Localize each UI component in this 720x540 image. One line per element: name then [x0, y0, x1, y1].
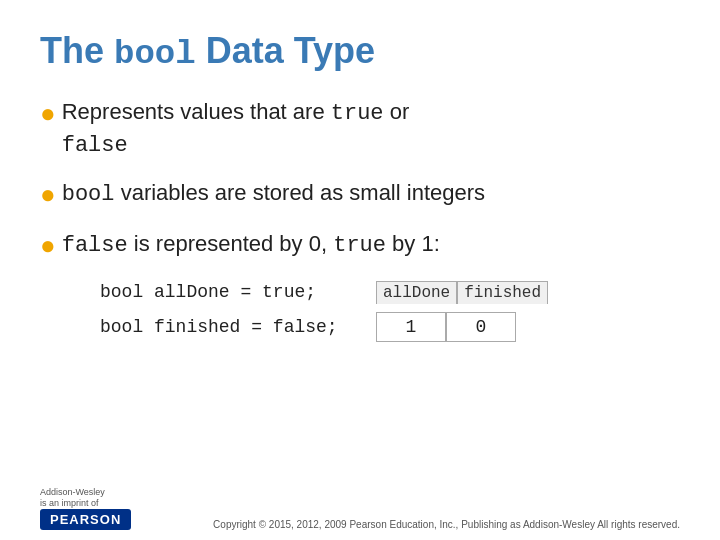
table-values-row: 1 0 — [376, 312, 516, 342]
title-word-datatype: Data Type — [206, 30, 375, 72]
table-cell-alldone: 1 — [376, 312, 446, 342]
title-code-bool: bool — [114, 35, 196, 73]
slide: The bool Data Type ● Represents values t… — [0, 0, 720, 540]
bullet-content-3: false is represented by 0, true by 1: — [62, 229, 680, 261]
slide-title: The bool Data Type — [40, 30, 680, 73]
bullet-content-2: bool variables are stored as small integ… — [62, 178, 680, 210]
bullet-item-2: ● bool variables are stored as small int… — [40, 178, 680, 210]
aw-text-line1: Addison-Wesley — [40, 487, 105, 498]
code-line-2-text: bool finished = false; — [100, 317, 360, 337]
code-line-2: bool finished = false; 1 0 — [100, 312, 680, 342]
bullet-list: ● Represents values that are true or fal… — [40, 97, 680, 261]
bullet-icon-1: ● — [40, 98, 56, 129]
table-headers: allDone finished — [376, 281, 548, 304]
code-line-1: bool allDone = true; allDone finished — [100, 281, 680, 304]
bullet2-text: variables are stored as small integers — [115, 180, 486, 205]
table-headers-row: allDone finished — [376, 281, 548, 304]
copyright-text: Copyright © 2015, 2012, 2009 Pearson Edu… — [213, 519, 680, 530]
table-cell-finished: 0 — [446, 312, 516, 342]
code-line-1-text: bool allDone = true; — [100, 282, 360, 302]
bullet1-code-false: false — [62, 133, 128, 158]
footer: Addison-Wesley is an imprint of PEARSON … — [0, 487, 720, 530]
table-header-finished: finished — [457, 281, 548, 304]
bullet3-code-true: true — [333, 233, 386, 258]
table-header-alldone: allDone — [376, 281, 457, 304]
bullet1-code-true: true — [331, 101, 384, 126]
pearson-badge: PEARSON — [40, 509, 131, 530]
bullet-icon-3: ● — [40, 230, 56, 261]
aw-text-line2: is an imprint of — [40, 498, 99, 509]
code-block: bool allDone = true; allDone finished bo… — [100, 281, 680, 342]
bullet-item-1: ● Represents values that are true or fal… — [40, 97, 680, 160]
bullet3-text2: by 1: — [386, 231, 440, 256]
table-cells: 1 0 — [376, 312, 516, 342]
pearson-logo: Addison-Wesley is an imprint of PEARSON — [40, 487, 131, 530]
bullet-item-3: ● false is represented by 0, true by 1: — [40, 229, 680, 261]
bullet1-text1: Represents values that are — [62, 99, 331, 124]
title-word-the: The — [40, 30, 104, 72]
bullet-icon-2: ● — [40, 179, 56, 210]
bullet3-code-false: false — [62, 233, 128, 258]
bullet-content-1: Represents values that are true or false — [62, 97, 680, 160]
bullet3-text1: is represented by 0, — [128, 231, 333, 256]
bullet1-text2: or — [384, 99, 410, 124]
bullet2-code-bool: bool — [62, 182, 115, 207]
